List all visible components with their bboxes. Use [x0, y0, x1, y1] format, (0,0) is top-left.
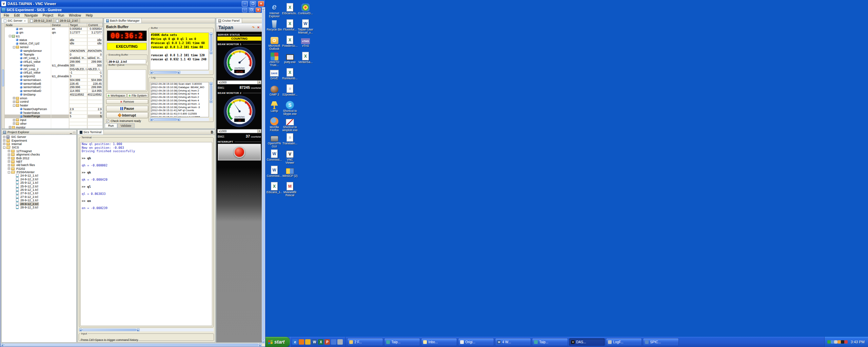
scroll-up-icon[interactable]: ▲ — [262, 7, 265, 10]
scroll-left-icon[interactable]: ◀ — [150, 118, 153, 121]
workspace-button[interactable]: +Workspace — [106, 93, 126, 98]
device-tree-row[interactable]: timStamp402118582402118582 — [5, 93, 103, 97]
tree-expander-icon[interactable]: + — [9, 126, 11, 128]
target-cell[interactable]: 0 — [69, 53, 87, 56]
menu-project[interactable]: Project — [40, 13, 56, 18]
target-cell[interactable]: 5 — [69, 115, 87, 118]
taskbar-button-2-f[interactable]: 2 F... — [347, 338, 383, 346]
target-cell[interactable] — [69, 35, 87, 38]
tree-expander-icon[interactable]: - — [3, 146, 5, 149]
tab-batch-buffer-manager[interactable]: Batch Buffer Manager — [104, 18, 142, 23]
project-tree-row[interactable]: +SIC Server — [2, 135, 76, 139]
project-tree-row[interactable]: +alignment checks — [2, 153, 76, 156]
target-cell[interactable]: 114.955 — [69, 89, 87, 93]
project-tree-row[interactable]: +P2202 — [2, 167, 76, 170]
taskbar-button-logf[interactable]: LogF... — [606, 338, 642, 346]
interrupt-button[interactable]: Interrupt — [106, 112, 148, 118]
stop-icon[interactable]: ✕ — [256, 25, 260, 29]
quicklaunch-firefox-icon[interactable] — [299, 339, 304, 345]
device-tree-row[interactable]: sensorValueC299.996299.996 — [5, 85, 103, 89]
project-tree-row[interactable]: +Internal — [2, 142, 76, 146]
tree-expander-icon[interactable]: + — [8, 164, 10, 166]
tree-expander-icon[interactable]: + — [3, 139, 5, 142]
tree-expander-icon[interactable]: - — [13, 46, 15, 48]
target-cell[interactable]: idle — [69, 42, 87, 45]
desktop-icon-vnc-viewer[interactable]: VVNC Viewer — [282, 148, 298, 165]
quicklaunch-app-gray-icon[interactable] — [337, 339, 343, 345]
maximize-button[interactable]: ❐ — [250, 1, 256, 6]
check-instrument-ready-checkbox[interactable]: ✓Check instrument ready — [106, 119, 141, 123]
project-tree-row[interactable]: +12Tmagnet — [2, 149, 76, 153]
desktop-icon-eiscansju[interactable]: XEiScansJu... — [282, 2, 298, 18]
vertical-scrollbar[interactable]: ▲▼ — [210, 82, 213, 117]
desktop-icon-runnumb[interactable]: XRunNumb... — [282, 67, 298, 83]
scroll-thumb[interactable] — [153, 71, 177, 74]
device-tree-row[interactable]: -sensor — [5, 45, 103, 49]
tree-expander-icon[interactable]: + — [3, 143, 5, 145]
device-tree-row[interactable]: +other — [5, 122, 103, 126]
project-tree-row[interactable]: +Experiment — [2, 139, 76, 142]
project-tree-row[interactable]: 25-9-12_2.tcl — [2, 184, 76, 188]
target-cell[interactable]: 504.999 — [69, 78, 87, 82]
quicklaunch-excel-icon[interactable]: X — [318, 339, 323, 345]
scroll-up-icon[interactable]: ▲ — [210, 82, 213, 85]
terminal-toolbar-b-button[interactable]: B — [211, 130, 213, 134]
tree-expander-icon[interactable]: + — [13, 97, 15, 99]
maximize-view-icon[interactable]: □ — [73, 131, 75, 134]
quicklaunch-powerpoint-icon[interactable]: P — [324, 339, 330, 345]
target-cell[interactable]: UNKNOWN — [69, 49, 87, 53]
menu-help[interactable]: Help — [83, 13, 95, 18]
device-tree-row[interactable]: heaterRange55 — [5, 115, 103, 118]
desktop-icon-s2powder[interactable]: ≡S2powder... — [282, 83, 298, 100]
scroll-right-icon[interactable]: ▶ — [177, 71, 180, 74]
scroll-left-icon[interactable]: ◀ — [150, 71, 153, 74]
vnc-titlebar[interactable]: V DAS1-TAIPAN - VNC Viewer ─ ❐ ✕ — [0, 0, 265, 7]
desktop-icon-commissi[interactable]: WCommissi... — [267, 148, 282, 165]
scroll-up-icon[interactable]: ▲ — [210, 33, 213, 36]
target-cell[interactable] — [69, 125, 87, 128]
device-tree-row[interactable]: sensorValueA504.999504.999 — [5, 78, 103, 82]
desktop-icon-gimp-2[interactable]: GIMP 2 — [267, 83, 282, 100]
device-tree-row[interactable]: +control — [5, 100, 103, 104]
scroll-down-icon[interactable]: ▼ — [210, 100, 213, 103]
command-input[interactable]: Press Ctrl+Space to trigger command hist… — [81, 338, 138, 342]
beam-monitor-1-scale-select[interactable]: x1000▼ — [217, 80, 261, 84]
device-tree-row[interactable]: statusidleidle — [5, 38, 103, 42]
quicklaunch-internet-explorer-icon[interactable]: e — [292, 339, 298, 345]
target-cell[interactable]: 402118582 — [69, 93, 87, 97]
desktop-icon-openvpn-gui[interactable]: OpenVPN GUI — [267, 132, 282, 148]
scroll-down-icon[interactable]: ▼ — [262, 340, 265, 343]
desktop-icon-lamp[interactable]: Lamp — [267, 100, 282, 116]
device-tree-row[interactable]: Tsample00 — [5, 53, 103, 56]
close-button[interactable]: ✕ — [258, 1, 264, 6]
target-cell[interactable] — [69, 45, 87, 49]
taskbar-button-origi[interactable]: Origi... — [458, 338, 494, 346]
target-cell[interactable] — [69, 118, 87, 122]
beam-monitor-2-scale-select[interactable]: x1000▼ — [217, 129, 261, 133]
taskbar-button-4-w[interactable]: W4 W... — [495, 338, 531, 346]
tree-expander-icon[interactable]: + — [8, 160, 10, 163]
column-header-current[interactable]: Current — [87, 23, 103, 27]
close-icon[interactable]: × — [24, 19, 26, 22]
tree-vertical-scrollbar[interactable] — [2, 23, 5, 128]
desktop-icon-recycle-bin[interactable]: Recycle Bin — [267, 18, 282, 35]
project-tree-row[interactable]: -SICS — [2, 146, 76, 149]
buffer-queue-list[interactable] — [107, 69, 146, 90]
minimize-view-icon[interactable]: ▁ — [70, 131, 72, 134]
column-header-device[interactable]: Device — [51, 23, 69, 27]
close-button[interactable]: ✕ — [256, 8, 261, 12]
desktop-icon-internet-explorer[interactable]: eInternet Explorer — [267, 2, 282, 18]
target-cell[interactable]: 0 — [69, 111, 87, 115]
target-cell[interactable]: idle — [69, 38, 87, 42]
tree-expander-icon[interactable]: - — [9, 35, 11, 37]
menu-window[interactable]: Window — [66, 13, 83, 18]
menu-run[interactable]: Run — [56, 13, 66, 18]
target-cell[interactable]: 3 — [69, 75, 87, 78]
project-tree-row[interactable]: 28-9-12_3.tcl — [2, 206, 76, 209]
project-explorer-header[interactable]: Project Explorer ▁□ — [2, 130, 76, 135]
taskbar-button-das[interactable]: VDAS... — [569, 338, 605, 346]
device-tree-row[interactable]: ctrl_Loop_2DISABLED, I...DISABLED, I... — [5, 67, 103, 71]
project-tree-row[interactable]: +old batch files — [2, 163, 76, 167]
desktop-icon-vtas[interactable]: vTASvTAS — [298, 35, 313, 51]
scroll-thumb[interactable] — [4, 344, 258, 346]
